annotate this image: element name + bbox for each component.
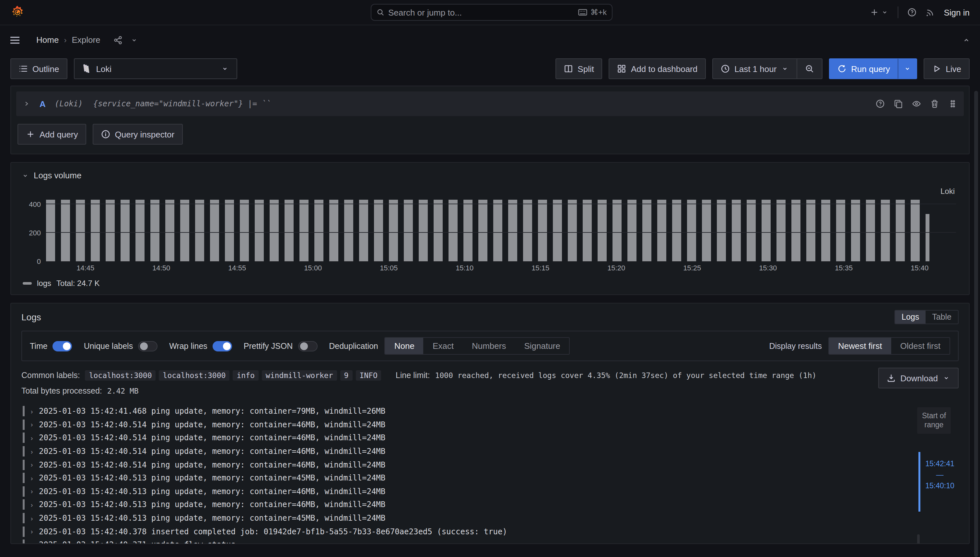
log-row[interactable]: ›2025-01-03 15:42:40.514 ping update, me… [21, 445, 959, 458]
volume-bar[interactable] [344, 200, 353, 261]
volume-bar[interactable] [598, 200, 607, 261]
expand-row-icon[interactable]: › [29, 475, 35, 482]
legend-series-name[interactable]: logs [37, 279, 51, 288]
volume-bar[interactable] [687, 200, 696, 261]
log-row[interactable]: ›2025-01-03 15:42:40.513 ping update, me… [21, 498, 959, 511]
share-icon[interactable] [114, 35, 122, 44]
copy-icon[interactable] [894, 99, 903, 108]
volume-bar[interactable] [150, 200, 159, 261]
volume-bar[interactable] [493, 200, 502, 261]
volume-bar[interactable] [135, 200, 145, 261]
query-inspector-button[interactable]: Query inspector [93, 124, 183, 145]
prettify-json-toggle[interactable] [298, 341, 317, 351]
expand-row-icon[interactable]: › [29, 408, 35, 415]
volume-bar[interactable] [91, 200, 100, 261]
volume-bar[interactable] [210, 200, 219, 261]
dedup-option-numbers[interactable]: Numbers [463, 338, 515, 354]
chevron-down-icon[interactable] [130, 36, 138, 44]
chevron-right-icon[interactable] [23, 100, 31, 107]
volume-bar[interactable] [791, 200, 800, 261]
volume-bar[interactable] [926, 214, 930, 262]
volume-bar[interactable] [359, 200, 368, 261]
loaded-range-indicator[interactable]: 15:42:41 — 15:40:10 [917, 452, 951, 511]
volume-bar[interactable] [702, 200, 711, 261]
live-button[interactable]: Live [924, 59, 970, 79]
volume-bar[interactable] [449, 200, 458, 261]
volume-bar[interactable] [225, 200, 234, 261]
volume-bar[interactable] [195, 200, 204, 261]
view-option-table[interactable]: Table [926, 311, 958, 324]
volume-bar[interactable] [419, 200, 428, 261]
volume-bar[interactable] [180, 200, 189, 261]
time-toggle[interactable] [53, 341, 72, 351]
collapse-chevron-icon[interactable] [21, 171, 29, 179]
volume-bar[interactable] [762, 200, 770, 261]
expand-row-icon[interactable]: › [29, 488, 35, 495]
volume-bar[interactable] [329, 200, 338, 261]
expand-row-icon[interactable]: › [29, 541, 35, 544]
breadcrumb-explore[interactable]: Explore [72, 35, 100, 45]
time-range-button[interactable]: Last 1 hour [712, 59, 796, 79]
series-tag[interactable]: Loki [941, 187, 955, 196]
grafana-logo[interactable] [10, 5, 24, 20]
volume-bar[interactable] [896, 200, 905, 261]
display-option-oldest-first[interactable]: Oldest first [891, 338, 949, 354]
volume-bar[interactable] [61, 200, 70, 261]
log-row[interactable]: ›2025-01-03 15:42:40.514 ping update, me… [21, 418, 959, 431]
log-row[interactable]: ›2025-01-03 15:42:40.513 ping update, me… [21, 471, 959, 485]
volume-bar[interactable] [627, 200, 637, 261]
trash-icon[interactable] [930, 99, 939, 108]
logs-volume-chart[interactable]: Loki 0200400 14:4514:5014:5515:0015:0515… [21, 199, 957, 277]
run-query-dropdown-button[interactable] [898, 59, 917, 79]
run-query-button[interactable]: Run query [829, 59, 898, 79]
split-button[interactable]: Split [556, 59, 603, 79]
expand-row-icon[interactable]: › [29, 515, 35, 522]
add-query-button[interactable]: Add query [18, 124, 86, 145]
volume-bar[interactable] [240, 200, 249, 261]
datasource-picker[interactable]: Loki [74, 59, 237, 79]
add-to-dashboard-button[interactable]: Add to dashboard [609, 59, 706, 79]
chevron-up-icon[interactable] [962, 35, 971, 44]
volume-bar[interactable] [553, 200, 562, 261]
sign-in-link[interactable]: Sign in [944, 7, 970, 17]
volume-bar[interactable] [613, 200, 622, 261]
chart-plot-area[interactable] [46, 199, 956, 261]
expand-row-icon[interactable]: › [29, 421, 35, 428]
query-expression[interactable]: {service_name="windmill-worker"} |= `` [93, 99, 271, 108]
expand-row-icon[interactable]: › [29, 461, 35, 468]
volume-bar[interactable] [747, 200, 756, 261]
volume-bar[interactable] [478, 200, 488, 261]
zoom-out-button[interactable] [796, 59, 822, 79]
unique-labels-toggle[interactable] [138, 341, 158, 351]
volume-bar[interactable] [314, 200, 323, 261]
eye-icon[interactable] [912, 99, 921, 108]
volume-bar[interactable] [777, 200, 785, 261]
volume-bar[interactable] [881, 200, 890, 261]
volume-bar[interactable] [120, 200, 130, 261]
new-menu-button[interactable] [870, 8, 889, 17]
volume-bar[interactable] [374, 200, 383, 261]
log-row[interactable]: ›2025-01-03 15:42:41.468 ping update, me… [21, 405, 959, 418]
log-row[interactable]: ›2025-01-03 15:42:40.378 inserted comple… [21, 525, 959, 538]
log-row[interactable]: ›2025-01-03 15:42:40.371 update flow sta… [21, 538, 959, 544]
dedup-option-signature[interactable]: Signature [515, 338, 569, 354]
search-input[interactable] [388, 7, 574, 17]
volume-bar[interactable] [434, 200, 443, 261]
expand-row-icon[interactable]: › [29, 435, 35, 441]
minimap-scrollbar[interactable] [917, 534, 920, 544]
view-option-logs[interactable]: Logs [895, 311, 926, 324]
volume-bar[interactable] [106, 200, 115, 261]
volume-bar[interactable] [911, 200, 920, 261]
volume-bar[interactable] [732, 200, 741, 261]
expand-row-icon[interactable]: › [29, 501, 35, 508]
search-bar[interactable]: ⌘+k [371, 4, 613, 21]
drag-handle-icon[interactable] [948, 99, 957, 108]
volume-bar[interactable] [642, 200, 652, 261]
volume-bar[interactable] [836, 200, 845, 261]
volume-bar[interactable] [270, 200, 279, 261]
expand-row-icon[interactable]: › [29, 528, 35, 535]
volume-bar[interactable] [672, 200, 681, 261]
volume-bar[interactable] [165, 200, 174, 261]
volume-bar[interactable] [583, 200, 592, 261]
volume-bar[interactable] [821, 200, 830, 261]
